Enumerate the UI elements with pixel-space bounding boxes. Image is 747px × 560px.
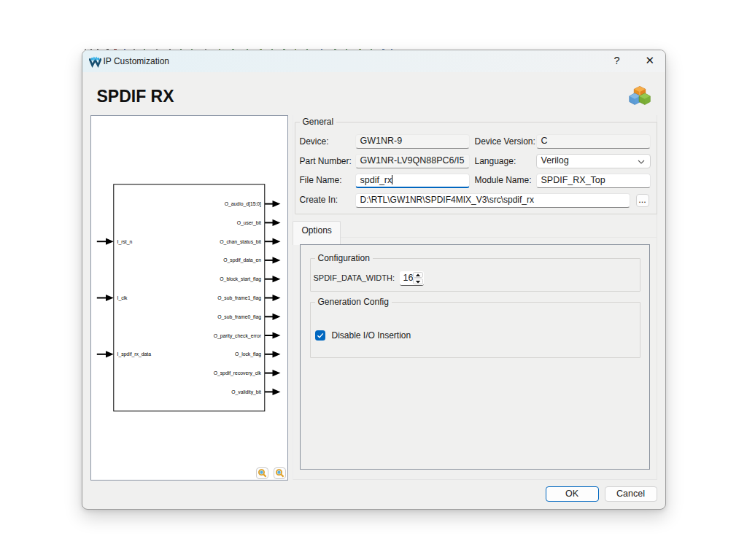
- svg-text:O_validity_bit: O_validity_bit: [231, 389, 261, 395]
- svg-text:O_sub_frame1_flag: O_sub_frame1_flag: [217, 295, 261, 301]
- svg-text:I_clk: I_clk: [117, 295, 128, 301]
- svg-text:O_chan_status_bit: O_chan_status_bit: [220, 239, 261, 245]
- svg-text:O_spdif_recovery_clk: O_spdif_recovery_clk: [213, 370, 261, 376]
- svg-text:O_user_bit: O_user_bit: [236, 220, 260, 226]
- svg-text:I_rst_n: I_rst_n: [117, 239, 132, 245]
- svg-text:O_audio_d[15:0]: O_audio_d[15:0]: [224, 201, 260, 207]
- svg-text:O_parity_check_error: O_parity_check_error: [213, 333, 261, 339]
- svg-text:O_spdif_data_en: O_spdif_data_en: [223, 257, 261, 263]
- svg-text:O_sub_frame0_flag: O_sub_frame0_flag: [217, 314, 261, 320]
- svg-text:O_block_start_flag: O_block_start_flag: [220, 276, 261, 282]
- svg-text:O_lock_flag: O_lock_flag: [235, 351, 261, 357]
- svg-text:I_spdif_rx_data: I_spdif_rx_data: [117, 351, 151, 357]
